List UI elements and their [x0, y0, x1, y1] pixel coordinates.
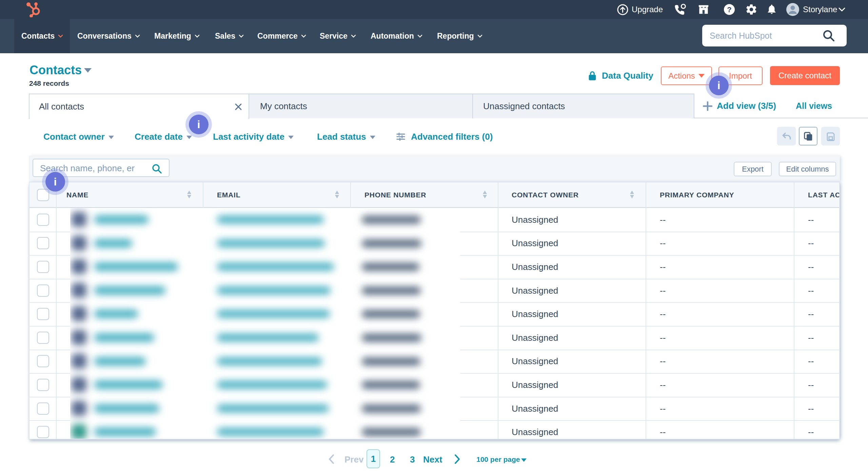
- svg-text:?: ?: [727, 5, 731, 14]
